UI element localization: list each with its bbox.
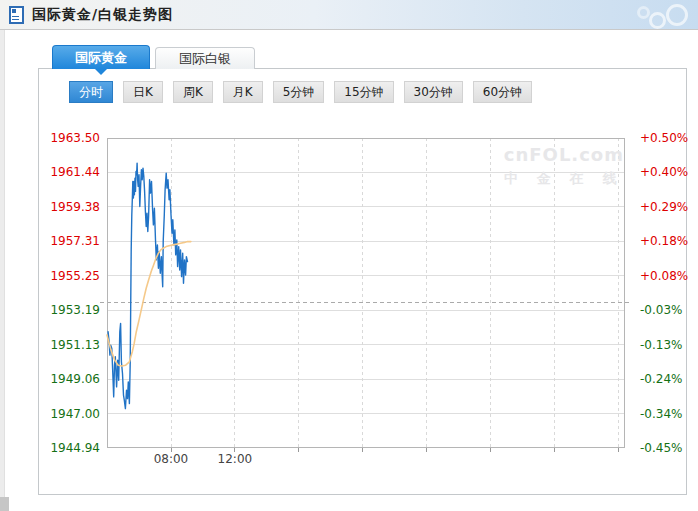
percent-tick: +0.18% <box>640 234 688 248</box>
time-tick: 12:00 <box>218 452 253 466</box>
period-buttons: 分时日K周K月K5分钟15分钟30分钟60分钟 <box>69 81 532 103</box>
price-tick: 1959.38 <box>50 200 100 214</box>
price-tick: 1957.31 <box>50 234 100 248</box>
period-5min[interactable]: 5分钟 <box>273 81 325 103</box>
percent-tick: -0.34% <box>640 407 682 421</box>
price-tick: 1963.50 <box>50 131 100 145</box>
chart-panel: 分时日K周K月K5分钟15分钟30分钟60分钟 1963.501961.4419… <box>38 68 687 495</box>
price-tick: 1947.00 <box>50 407 100 421</box>
percent-tick: +0.29% <box>640 200 688 214</box>
left-gutter <box>0 30 5 511</box>
time-axis: 08:0012:00 <box>107 452 625 468</box>
percent-tick: -0.13% <box>640 338 682 352</box>
tab-international-silver[interactable]: 国际白银 <box>155 47 255 69</box>
tab-international-gold[interactable]: 国际黄金 <box>52 45 150 69</box>
period-15min[interactable]: 15分钟 <box>334 81 393 103</box>
page-title: 国际黄金/白银走势图 <box>32 6 173 24</box>
percent-axis: +0.50%+0.40%+0.29%+0.18%+0.08%-0.03%-0.1… <box>635 138 685 450</box>
percent-tick: -0.24% <box>640 372 682 386</box>
price-axis: 1963.501961.441959.381957.311955.251953.… <box>39 138 102 450</box>
period-monthly-k[interactable]: 月K <box>223 81 263 103</box>
price-tick: 1961.44 <box>50 165 100 179</box>
cloud-decoration <box>634 3 690 27</box>
price-tick: 1951.13 <box>50 338 100 352</box>
time-tick: 08:00 <box>154 452 189 466</box>
period-30min[interactable]: 30分钟 <box>404 81 463 103</box>
price-tick: 1949.06 <box>50 372 100 386</box>
plot-area[interactable]: cnFOL.com 中 金 在 线 <box>107 138 625 448</box>
intraday-chart <box>107 138 625 448</box>
percent-tick: +0.08% <box>640 269 688 283</box>
plot-border <box>108 139 625 448</box>
price-line <box>108 163 187 409</box>
period-daily-k[interactable]: 日K <box>123 81 163 103</box>
header: 国际黄金/白银走势图 <box>0 0 698 30</box>
chart-doc-icon <box>9 6 24 24</box>
price-tick: 1953.19 <box>50 303 100 317</box>
corner-block <box>0 497 9 511</box>
percent-tick: -0.45% <box>640 441 682 455</box>
period-60min[interactable]: 60分钟 <box>473 81 532 103</box>
price-tick: 1955.25 <box>50 269 100 283</box>
percent-tick: +0.40% <box>640 165 688 179</box>
period-timeline[interactable]: 分时 <box>69 81 113 103</box>
percent-tick: +0.50% <box>640 131 688 145</box>
price-tick: 1944.94 <box>50 441 100 455</box>
period-weekly-k[interactable]: 周K <box>173 81 213 103</box>
percent-tick: -0.03% <box>640 303 682 317</box>
